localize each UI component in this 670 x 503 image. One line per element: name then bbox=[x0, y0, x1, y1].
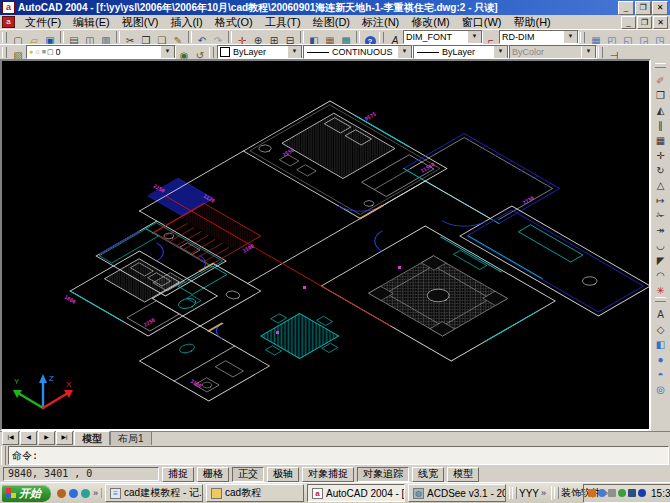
band-grip[interactable] bbox=[512, 487, 517, 499]
chamfer-button[interactable]: ◤ bbox=[652, 250, 669, 265]
dim-style-button[interactable]: ⌐ bbox=[483, 30, 499, 44]
text-style-button[interactable]: A bbox=[387, 30, 403, 44]
status-ortho-toggle[interactable]: 正交 bbox=[232, 467, 264, 482]
layer-properties-manager-button[interactable]: ▧ bbox=[10, 45, 26, 59]
chevron-down-icon[interactable]: ▼ bbox=[467, 30, 482, 44]
layer-combo[interactable]: ●☼■▢ 0 ▼ bbox=[26, 45, 176, 59]
quick-launch-more-chevron[interactable]: » bbox=[93, 488, 98, 498]
cut-button[interactable]: ✂ bbox=[122, 30, 138, 44]
band-grip[interactable] bbox=[554, 487, 559, 499]
chevron-down-icon[interactable]: ▼ bbox=[563, 30, 578, 44]
plot-button[interactable]: ▤ bbox=[66, 30, 82, 44]
bottom-view-button[interactable]: ◱ bbox=[620, 30, 636, 44]
zoom-realtime-button[interactable]: ⊕ bbox=[250, 30, 266, 44]
tray-2-icon[interactable] bbox=[598, 489, 606, 497]
status-polar-toggle[interactable]: 极轴 bbox=[267, 467, 299, 482]
fillet-button[interactable]: ◠ bbox=[652, 265, 669, 280]
copy-object-button[interactable]: ❐ bbox=[652, 85, 669, 100]
zoom-window-button[interactable]: ⊞ bbox=[266, 30, 282, 44]
window-restore-button[interactable]: ❐ bbox=[635, 1, 651, 15]
color-combo[interactable]: ByLayer ▼ bbox=[217, 45, 303, 59]
help-button[interactable]: ? bbox=[362, 30, 378, 44]
status-lwt-toggle[interactable]: 线宽 bbox=[412, 467, 444, 482]
band-yyy-label[interactable]: YYY bbox=[519, 488, 539, 499]
dim-style-combo[interactable]: RD-DIM ▼ bbox=[499, 30, 579, 44]
window-close-button[interactable]: ✕ bbox=[652, 1, 668, 15]
menu-item-view[interactable]: 视图(V) bbox=[116, 15, 165, 29]
quicklaunch-3-icon[interactable] bbox=[81, 489, 90, 498]
tray-6-icon[interactable] bbox=[638, 489, 646, 497]
tab-nav-2[interactable]: ▶ bbox=[38, 431, 55, 445]
top-view-button[interactable]: ◰ bbox=[604, 30, 620, 44]
menu-item-dimension[interactable]: 标注(N) bbox=[356, 15, 405, 29]
linetype-combo[interactable]: CONTINUOUS ▼ bbox=[303, 45, 413, 59]
pan-button[interactable]: ✛ bbox=[234, 30, 250, 44]
start-button[interactable]: 开始 bbox=[2, 485, 51, 502]
zoom-previous-button[interactable]: ⊟ bbox=[282, 30, 298, 44]
design-center-button[interactable]: ▦ bbox=[322, 30, 338, 44]
toolbar-grip[interactable] bbox=[2, 32, 7, 43]
trim-button[interactable]: ✁ bbox=[652, 205, 669, 220]
chevron-down-icon[interactable]: ▼ bbox=[287, 45, 302, 59]
properties-button[interactable]: ◧ bbox=[306, 30, 322, 44]
toolbar-grip[interactable] bbox=[209, 47, 214, 58]
redo-button[interactable]: ↷ bbox=[210, 30, 226, 44]
window-minimize-button[interactable]: _ bbox=[618, 1, 634, 15]
text-button[interactable]: A bbox=[652, 304, 669, 319]
erase-button[interactable]: ✐ bbox=[652, 70, 669, 85]
toolbar-grip[interactable] bbox=[655, 63, 666, 68]
extend-button[interactable]: ↠ bbox=[652, 220, 669, 235]
save-file-button[interactable]: ▣ bbox=[42, 30, 58, 44]
status-grid-toggle[interactable]: 栅格 bbox=[197, 467, 229, 482]
toolbar-grip[interactable] bbox=[379, 32, 384, 43]
document-close-button[interactable]: ✕ bbox=[653, 16, 668, 29]
tab-nav-3[interactable]: ▶| bbox=[56, 431, 73, 445]
tab-nav-0[interactable]: |◀ bbox=[2, 431, 19, 445]
tab-model[interactable]: 模型 bbox=[74, 431, 110, 445]
box-3d-button[interactable]: ◧ bbox=[652, 334, 669, 349]
scale-button[interactable]: △ bbox=[652, 175, 669, 190]
status-otrack-toggle[interactable]: 对象追踪 bbox=[357, 467, 409, 482]
paste-button[interactable]: ❏ bbox=[154, 30, 170, 44]
menu-item-format[interactable]: 格式(O) bbox=[209, 15, 259, 29]
new-file-button[interactable]: ▢ bbox=[10, 30, 26, 44]
tray-3-icon[interactable] bbox=[608, 489, 616, 497]
band-yyy-more-chevron[interactable]: » bbox=[541, 488, 546, 498]
offset-button[interactable]: ∥ bbox=[652, 115, 669, 130]
lineweight-combo[interactable]: ByLayer ▼ bbox=[413, 45, 509, 59]
sphere-button[interactable]: ● bbox=[652, 349, 669, 364]
layer-previous-button[interactable]: ↺ bbox=[192, 45, 208, 59]
menu-item-tools[interactable]: 工具(T) bbox=[259, 15, 307, 29]
right-view-button[interactable]: ◳ bbox=[652, 30, 668, 44]
document-minimize-button[interactable]: _ bbox=[621, 16, 636, 29]
drawing-canvas[interactable]: 9575 11540 7730 2250 1800 2250 3300 2550… bbox=[2, 61, 649, 429]
chevron-down-icon[interactable]: ▼ bbox=[493, 45, 508, 59]
quicklaunch-1-icon[interactable] bbox=[57, 489, 66, 498]
publish-button[interactable]: ▥ bbox=[98, 30, 114, 44]
open-file-button[interactable]: ▱ bbox=[26, 30, 42, 44]
status-snap-toggle[interactable]: 捕捉 bbox=[162, 467, 194, 482]
markup-button[interactable]: ▩ bbox=[338, 30, 354, 44]
command-input[interactable]: 命令: bbox=[8, 446, 669, 465]
menu-item-file[interactable]: 文件(F) bbox=[19, 15, 67, 29]
dock-grip[interactable] bbox=[1, 446, 6, 465]
menu-item-window[interactable]: 窗口(W) bbox=[456, 15, 508, 29]
explode-button[interactable]: ✳ bbox=[652, 280, 669, 295]
chevron-down-icon[interactable]: ▼ bbox=[160, 45, 175, 59]
toolbar-grip[interactable] bbox=[2, 47, 7, 58]
left-view-button[interactable]: ◲ bbox=[636, 30, 652, 44]
menu-item-draw[interactable]: 绘图(D) bbox=[307, 15, 356, 29]
array-button[interactable]: ▦ bbox=[652, 130, 669, 145]
chevron-down-icon[interactable]: ▼ bbox=[397, 45, 412, 59]
coordinates-readout[interactable]: 9840, 3401 , 0 bbox=[3, 467, 159, 481]
match-properties-button[interactable]: ✎ bbox=[170, 30, 186, 44]
task-notepad-button[interactable]: ≡cad建模教程 - 记... bbox=[105, 484, 203, 502]
break-button[interactable]: ◡ bbox=[652, 235, 669, 250]
tray-4-icon[interactable] bbox=[618, 489, 626, 497]
document-restore-button[interactable]: ❐ bbox=[637, 16, 652, 29]
undo-button[interactable]: ↶ bbox=[194, 30, 210, 44]
quicklaunch-2-icon[interactable] bbox=[69, 489, 78, 498]
toolbar-grip[interactable] bbox=[598, 47, 603, 58]
task-autocad-button[interactable]: aAutoCAD 2004 - [... bbox=[307, 484, 405, 502]
status-model-toggle[interactable]: 模型 bbox=[447, 467, 479, 482]
